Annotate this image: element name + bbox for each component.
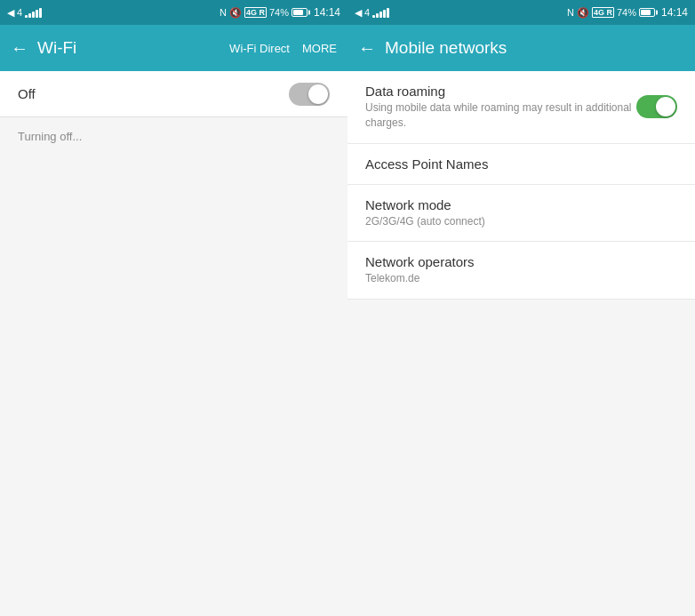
network-operators-title: Network operators: [365, 254, 677, 269]
wifi-toggle-row[interactable]: Off: [0, 71, 348, 117]
right-status-left-icons: ◀ 4: [355, 7, 389, 19]
network-mode-item[interactable]: Network mode 2G/3G/4G (auto connect): [348, 185, 695, 243]
wifi-direct-button[interactable]: Wi-Fi Direct: [229, 42, 290, 55]
left-time: 14:14: [314, 6, 340, 19]
wifi-back-button[interactable]: ←: [11, 38, 28, 59]
wifi-top-bar: ← Wi-Fi Wi-Fi Direct MORE: [0, 25, 348, 71]
mobile-networks-content: Data roaming Using mobile data while roa…: [348, 71, 695, 616]
wifi-toggle-switch[interactable]: [289, 83, 330, 106]
network-mode-texts: Network mode 2G/3G/4G (auto connect): [365, 197, 677, 229]
4g-icon: 4G R: [244, 7, 267, 18]
data-roaming-title: Data roaming: [365, 84, 636, 99]
signal-icon: ◀: [7, 7, 14, 19]
right-signal-bars: [372, 7, 389, 18]
battery-text: 74%: [269, 7, 289, 18]
signal-bars-icon: [25, 7, 42, 18]
wifi-title: Wi-Fi: [37, 38, 229, 58]
data-roaming-subtitle: Using mobile data while roaming may resu…: [365, 100, 636, 131]
wifi-toggle-label: Off: [18, 86, 289, 101]
network-operators-item[interactable]: Network operators Telekom.de: [348, 242, 695, 300]
right-status-bar: ◀ 4 N 🔇 4G R 74% 14:14: [348, 0, 695, 25]
wifi-more-button[interactable]: MORE: [302, 42, 337, 55]
network-mode-title: Network mode: [365, 197, 677, 212]
mobile-networks-back-button[interactable]: ←: [358, 38, 376, 59]
access-point-names-item[interactable]: Access Point Names: [348, 144, 695, 185]
right-status-right-icons: N 🔇 4G R 74% 14:14: [567, 6, 688, 19]
n-icon: N: [220, 7, 227, 18]
wifi-panel: ◀ 4 N 🔇 4G R 74% 14:14 ← Wi-Fi W: [0, 0, 348, 616]
right-time: 14:14: [661, 6, 688, 19]
left-status-bar: ◀ 4 N 🔇 4G R 74% 14:14: [0, 0, 348, 25]
access-point-names-texts: Access Point Names: [365, 156, 677, 172]
data-roaming-texts: Data roaming Using mobile data while roa…: [365, 84, 636, 131]
right-n-icon: N: [567, 7, 574, 18]
right-4g-icon: 4G R: [592, 7, 614, 18]
right-signal-number: 4: [364, 7, 370, 18]
data-roaming-toggle[interactable]: [636, 95, 677, 118]
wifi-status-text: Turning off...: [0, 117, 348, 156]
data-roaming-item[interactable]: Data roaming Using mobile data while roa…: [348, 71, 695, 144]
left-status-right-icons: N 🔇 4G R 74% 14:14: [220, 6, 340, 19]
network-operators-subtitle: Telekom.de: [365, 271, 677, 286]
signal-number: 4: [17, 7, 22, 18]
network-mode-subtitle: 2G/3G/4G (auto connect): [365, 214, 677, 229]
mobile-networks-top-bar: ← Mobile networks: [348, 25, 695, 71]
sound-icon: 🔇: [229, 7, 242, 19]
wifi-toggle-knob: [308, 84, 328, 104]
right-signal-icon: ◀: [355, 7, 362, 19]
right-battery-text: 74%: [617, 7, 636, 18]
mobile-networks-title: Mobile networks: [385, 38, 684, 58]
battery-icon: [292, 8, 308, 17]
network-operators-texts: Network operators Telekom.de: [365, 254, 677, 286]
data-roaming-toggle-knob: [656, 97, 675, 116]
left-status-left-icons: ◀ 4: [7, 7, 42, 19]
right-sound-icon: 🔇: [577, 7, 589, 19]
right-battery-icon: [639, 8, 655, 17]
mobile-networks-panel: ◀ 4 N 🔇 4G R 74% 14:14 ← Mobile netw: [348, 0, 695, 616]
wifi-content: Off Turning off...: [0, 71, 348, 616]
access-point-names-title: Access Point Names: [365, 156, 677, 172]
